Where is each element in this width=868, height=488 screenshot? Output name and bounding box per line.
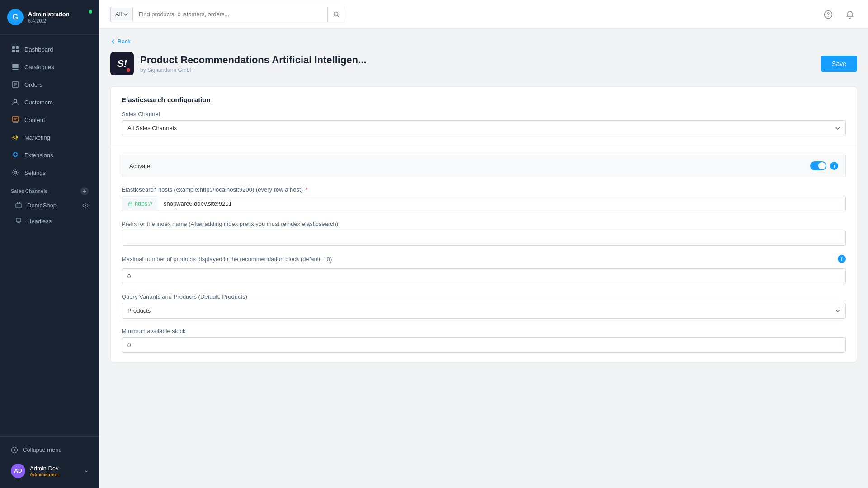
search-container: All bbox=[110, 7, 345, 22]
svg-point-28 bbox=[828, 16, 829, 17]
back-link[interactable]: Back bbox=[110, 38, 857, 45]
content-label: Content bbox=[24, 117, 45, 123]
content-icon bbox=[11, 115, 20, 124]
elasticsearch-config-card: Elasticsearch configuration Sales Channe… bbox=[110, 86, 857, 362]
sidebar-item-catalogues[interactable]: Catalogues bbox=[4, 58, 96, 75]
plugin-info: Product Recommendations Artificial Intel… bbox=[140, 54, 821, 73]
extensions-label: Extensions bbox=[24, 152, 53, 159]
plugin-author: by Signandann GmbH bbox=[140, 67, 821, 73]
search-button[interactable] bbox=[327, 7, 345, 22]
svg-rect-2 bbox=[12, 50, 15, 52]
plugin-logo: S! bbox=[110, 52, 134, 75]
demoshop-label: DemoShop bbox=[27, 202, 57, 209]
svg-rect-6 bbox=[12, 69, 19, 70]
sidebar-nav: Dashboard Catalogues bbox=[0, 35, 99, 436]
elasticsearch-title: Elasticsearch configuration bbox=[122, 96, 846, 103]
prefix-label: Prefix for the index name (After adding … bbox=[122, 221, 846, 227]
catalogues-icon bbox=[11, 62, 20, 71]
plugin-header: S! Product Recommendations Artificial In… bbox=[110, 52, 857, 75]
help-button[interactable] bbox=[821, 7, 835, 22]
search-input[interactable] bbox=[133, 8, 327, 21]
svg-rect-5 bbox=[12, 66, 19, 68]
lock-icon bbox=[127, 201, 133, 206]
hosts-group: Elasticsearch hosts (example:http://loca… bbox=[122, 186, 846, 211]
host-prefix: https:// bbox=[122, 196, 158, 211]
svg-line-17 bbox=[14, 139, 14, 141]
collapse-label: Collapse menu bbox=[23, 446, 62, 453]
notifications-button[interactable] bbox=[843, 7, 857, 22]
orders-label: Orders bbox=[24, 81, 42, 88]
svg-rect-19 bbox=[16, 204, 21, 208]
customers-label: Customers bbox=[24, 99, 53, 106]
max-products-label: Maximal number of products displayed in … bbox=[122, 256, 332, 263]
search-type-dropdown[interactable]: All bbox=[111, 8, 133, 20]
svg-rect-16 bbox=[16, 136, 18, 138]
dashboard-label: Dashboard bbox=[24, 46, 53, 53]
host-input-wrapper: https:// bbox=[122, 196, 846, 211]
sidebar-item-content[interactable]: Content bbox=[4, 111, 96, 128]
sidebar-item-marketing[interactable]: Marketing bbox=[4, 129, 96, 146]
min-stock-group: Minimum available stock bbox=[122, 328, 846, 353]
host-input[interactable] bbox=[158, 196, 845, 211]
query-select[interactable]: Products Variants bbox=[122, 303, 846, 319]
svg-rect-0 bbox=[12, 46, 15, 49]
activate-toggle-row: Activate i bbox=[122, 155, 846, 177]
max-products-input[interactable] bbox=[122, 268, 846, 284]
topbar: All bbox=[99, 0, 868, 29]
page-body: Back S! Product Recommendations Artifici… bbox=[99, 29, 868, 488]
prefix-input[interactable] bbox=[122, 230, 846, 246]
svg-rect-1 bbox=[16, 46, 19, 49]
headless-label: Headless bbox=[27, 218, 52, 225]
svg-rect-12 bbox=[12, 117, 19, 121]
sidebar-item-extensions[interactable]: Extensions bbox=[4, 146, 96, 164]
hosts-label: Elasticsearch hosts (example:http://loca… bbox=[122, 186, 308, 193]
marketing-icon bbox=[11, 133, 20, 142]
sidebar-item-dashboard[interactable]: Dashboard bbox=[4, 41, 96, 58]
headless-icon bbox=[14, 217, 23, 225]
collapse-menu-button[interactable]: Collapse menu bbox=[4, 442, 96, 457]
dropdown-chevron-icon bbox=[123, 13, 128, 16]
activate-info-icon[interactable]: i bbox=[830, 162, 838, 170]
avatar: AD bbox=[11, 464, 25, 478]
user-chevron-icon bbox=[84, 468, 89, 474]
sidebar-item-settings[interactable]: Settings bbox=[4, 164, 96, 181]
demoshop-eye-icon[interactable] bbox=[82, 202, 89, 208]
sidebar-item-customers[interactable]: Customers bbox=[4, 94, 96, 111]
sidebar-footer: Collapse menu AD Admin Dev Administrator bbox=[0, 436, 99, 488]
topbar-actions bbox=[821, 7, 857, 22]
orders-icon bbox=[11, 80, 20, 89]
activate-toggle[interactable] bbox=[810, 161, 826, 170]
app-title: Administration bbox=[28, 11, 70, 19]
sidebar-item-demoshop[interactable]: DemoShop bbox=[4, 197, 96, 213]
user-profile[interactable]: AD Admin Dev Administrator bbox=[4, 459, 96, 483]
extensions-icon bbox=[11, 150, 20, 160]
app-logo: G bbox=[7, 9, 24, 25]
sidebar-item-orders[interactable]: Orders bbox=[4, 76, 96, 93]
activate-label: Activate bbox=[129, 163, 150, 169]
max-products-info-icon[interactable]: i bbox=[838, 255, 846, 263]
query-group: Query Variants and Products (Default: Pr… bbox=[122, 293, 846, 319]
sidebar: G Administration 6.4.20.2 Dashboard bbox=[0, 0, 99, 488]
save-button[interactable]: Save bbox=[821, 56, 857, 72]
query-label: Query Variants and Products (Default: Pr… bbox=[122, 293, 846, 300]
plugin-logo-dot bbox=[127, 68, 130, 72]
back-arrow-icon bbox=[110, 39, 116, 44]
search-type-label: All bbox=[115, 11, 122, 18]
svg-rect-4 bbox=[12, 64, 19, 66]
plugin-name: Product Recommendations Artificial Intel… bbox=[140, 54, 821, 66]
min-stock-label: Minimum available stock bbox=[122, 328, 846, 334]
settings-label: Settings bbox=[24, 169, 46, 176]
svg-rect-3 bbox=[16, 50, 19, 52]
add-sales-channel-button[interactable]: + bbox=[80, 187, 89, 195]
online-indicator bbox=[89, 10, 92, 14]
sidebar-item-headless[interactable]: Headless bbox=[4, 213, 96, 229]
svg-rect-21 bbox=[16, 218, 21, 222]
app-version: 6.4.20.2 bbox=[28, 18, 70, 23]
max-products-group: Maximal number of products displayed in … bbox=[122, 255, 846, 284]
min-stock-input[interactable] bbox=[122, 337, 846, 353]
elasticsearch-header-section: Elasticsearch configuration Sales Channe… bbox=[111, 87, 857, 145]
svg-point-11 bbox=[14, 99, 17, 102]
catalogues-label: Catalogues bbox=[24, 64, 54, 70]
demoshop-icon bbox=[14, 201, 23, 209]
sales-channel-select[interactable]: All Sales Channels bbox=[122, 120, 846, 136]
